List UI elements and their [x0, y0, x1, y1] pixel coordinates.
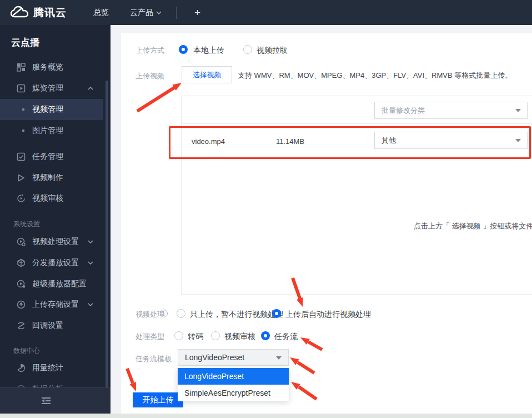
sidebar-item-media-management[interactable]: 媒资管理	[0, 78, 111, 99]
file-row-category-value: 其他	[382, 136, 396, 146]
grid-icon	[17, 63, 26, 72]
radio-local-upload[interactable]	[179, 45, 188, 54]
drop-zone-hint: 点击上方「 选择视频 」按钮或将文件拖	[414, 221, 532, 231]
format-hint: 支持 WMV、RM、MOV、MPEG、MP4、3GP、FLV、AVI、RMVB …	[238, 71, 512, 81]
radio-auto-process-label[interactable]: 上传后自动进行视频处理	[285, 310, 371, 320]
chevron-down-icon	[515, 109, 521, 112]
chevron-up-icon	[88, 87, 93, 90]
top-navbar: 腾讯云 总览 云产品 +	[0, 0, 532, 25]
chevron-down-icon	[88, 240, 93, 243]
cube-icon	[17, 258, 26, 267]
bottom-edge-strip	[0, 414, 532, 418]
upload-storage-icon	[17, 300, 26, 309]
process-type-label: 处理类型	[135, 332, 164, 342]
brand-name: 腾讯云	[33, 6, 67, 20]
sidebar-item-label: 视频审核	[32, 193, 63, 203]
play-outline-icon	[17, 173, 26, 182]
taskflow-template-select[interactable]: LongVideoPreset	[178, 349, 289, 366]
sidebar-item-label: 用量统计	[32, 363, 63, 373]
nav-item-products[interactable]: 云产品	[130, 8, 162, 18]
dropdown-option-simpleaesencryptpreset[interactable]: SimpleAesEncryptPreset	[178, 385, 289, 401]
callback-icon	[17, 321, 26, 330]
radio-video-pull-label[interactable]: 视频拉取	[257, 46, 288, 56]
sidebar-product-title: 云点播	[11, 36, 39, 49]
sidebar-item-label: 分发播放设置	[32, 258, 79, 268]
sidebar-item-callback-settings[interactable]: 回调设置	[0, 315, 111, 336]
chevron-down-icon	[156, 11, 162, 14]
collapse-sidebar-icon[interactable]	[41, 397, 51, 405]
bullet-icon	[22, 108, 24, 111]
radio-taskflow[interactable]	[261, 331, 270, 340]
sidebar-item-label: 视频管理	[32, 104, 63, 115]
chevron-down-icon	[88, 303, 93, 306]
sidebar-item-label: 媒资管理	[32, 83, 63, 93]
media-icon	[17, 84, 26, 93]
radio-auto-process[interactable]	[272, 309, 281, 318]
review-cycle-icon	[17, 194, 26, 203]
dropdown-option-longvideopreset[interactable]: LongVideoPreset	[178, 368, 289, 385]
sidebar-item-label: 图片管理	[32, 126, 63, 136]
sidebar-scrollbar[interactable]	[106, 81, 108, 410]
sidebar-item-distribution-settings[interactable]: 分发播放设置	[0, 252, 111, 273]
sidebar-item-task-management[interactable]: 任务管理	[0, 146, 111, 167]
chevron-down-icon	[276, 356, 282, 360]
taskflow-template-dropdown: LongVideoPreset SimpleAesEncryptPreset	[178, 368, 289, 401]
sidebar-item-label: 上传存储设置	[32, 300, 79, 310]
sidebar-item-label: 超级播放器配置	[32, 279, 87, 289]
sidebar-item-label: 视频处理设置	[32, 237, 79, 247]
taskflow-template-value: LongVideoPreset	[185, 353, 244, 362]
radio-review[interactable]	[211, 331, 220, 340]
info-icon[interactable]: i	[160, 310, 168, 317]
file-row-size: 11.14MB	[276, 137, 304, 146]
select-video-button[interactable]: 选择视频	[182, 66, 232, 83]
sidebar-item-label: 回调设置	[32, 321, 63, 331]
sidebar-footer	[0, 387, 111, 414]
radio-transcode-label[interactable]: 转码	[188, 332, 203, 342]
radio-transcode[interactable]	[174, 331, 183, 340]
sidebar-item-video-management[interactable]: 视频管理	[0, 99, 103, 120]
nav-divider	[176, 7, 177, 19]
sidebar-item-usage-statistics[interactable]: 用量统计	[0, 357, 111, 379]
file-row-category-select[interactable]: 其他	[374, 132, 528, 149]
cloud-logo-icon	[10, 6, 29, 20]
task-check-icon	[17, 152, 26, 161]
processing-settings-icon	[17, 237, 26, 246]
sidebar-item-upload-storage-settings[interactable]: 上传存储设置	[0, 294, 111, 315]
start-upload-button[interactable]: 开始上传	[133, 392, 183, 407]
sidebar-item-video-review[interactable]: 视频审核	[0, 188, 111, 209]
chevron-down-icon	[88, 261, 93, 265]
sidebar-item-service-overview[interactable]: 服务概览	[0, 57, 111, 78]
upload-method-label: 上传方式	[135, 46, 164, 56]
sidebar-section-data-center: 数据中心	[13, 346, 40, 356]
player-config-icon	[17, 280, 26, 288]
radio-video-pull[interactable]	[243, 45, 252, 54]
sidebar-item-superplayer-config[interactable]: 超级播放器配置	[0, 273, 111, 295]
sidebar-item-image-management[interactable]: 图片管理	[0, 120, 111, 141]
file-table	[181, 96, 532, 295]
tencent-cloud-logo[interactable]: 腾讯云	[10, 6, 67, 20]
sidebar-item-label: 服务概览	[32, 62, 63, 72]
sidebar-item-label: 视频制作	[32, 173, 63, 183]
sidebar-item-video-processing-settings[interactable]: 视频处理设置	[0, 231, 111, 252]
radio-local-upload-label[interactable]: 本地上传	[193, 46, 224, 56]
nav-add-tab-button[interactable]: +	[194, 7, 200, 19]
sidebar: 云点播 服务概览 媒资管理 视频管理 图片管理	[0, 25, 111, 414]
radio-upload-only-label[interactable]: 只上传，暂不进行视频处理	[190, 310, 283, 320]
sidebar-item-label: 任务管理	[32, 152, 63, 162]
pie-chart-icon	[17, 364, 26, 372]
batch-category-select-value: 批量修改分类	[382, 106, 425, 116]
bullet-icon	[22, 130, 24, 132]
nav-item-overview[interactable]: 总览	[93, 8, 109, 18]
vod-upload-page: 腾讯云 总览 云产品 + 云点播 服务概览 媒资	[0, 0, 532, 418]
radio-taskflow-label[interactable]: 任务流	[274, 332, 298, 342]
file-row-name: video.mp4	[192, 137, 225, 146]
taskflow-template-label: 任务流模板	[135, 354, 172, 364]
upload-video-label: 上传视频	[135, 71, 164, 81]
radio-upload-only[interactable]	[177, 309, 185, 318]
sidebar-item-video-production[interactable]: 视频制作	[0, 167, 111, 188]
batch-category-select[interactable]: 批量修改分类	[374, 102, 528, 119]
sidebar-section-system-settings: 系统设置	[13, 220, 40, 229]
chevron-down-icon	[515, 139, 521, 142]
radio-review-label[interactable]: 视频审核	[224, 332, 255, 342]
